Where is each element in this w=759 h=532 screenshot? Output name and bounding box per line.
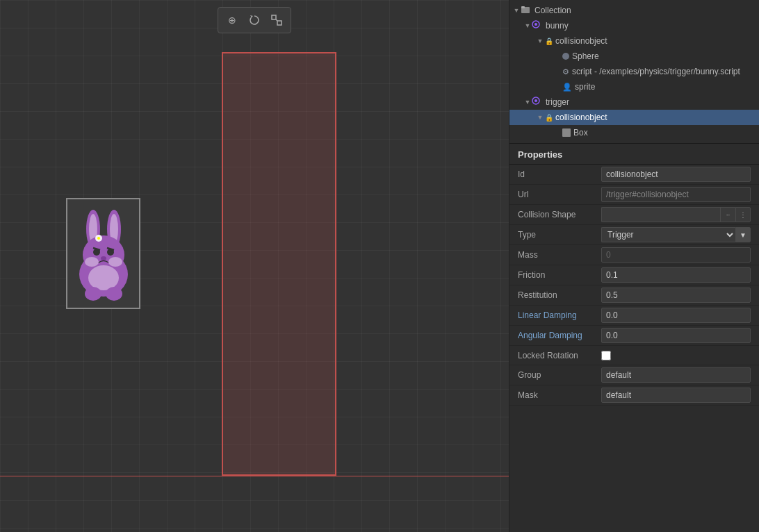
scene-tree: ▼ Collection ▼ bunny ▼ 🔒 collisionobject xyxy=(509,0,759,144)
properties-panel: Properties Id Url Collision Shape ·· ⋮ T… xyxy=(509,144,759,532)
viewport-toolbar: ⊕ xyxy=(218,7,291,33)
prop-row-locked-rotation: Locked Rotation xyxy=(509,346,759,365)
svg-rect-1 xyxy=(277,21,281,25)
lock-icon-co1: 🔒 xyxy=(544,36,554,46)
baseline-indicator xyxy=(0,476,509,476)
tree-item-sphere[interactable]: Sphere xyxy=(509,49,759,64)
prop-label-locked-rotation: Locked Rotation xyxy=(518,351,601,360)
rotate-tool-button[interactable] xyxy=(245,10,264,30)
tree-item-box[interactable]: Box xyxy=(509,125,759,140)
go-icon-trigger xyxy=(532,97,543,108)
tree-label-sphere: Sphere xyxy=(572,51,599,61)
prop-row-restitution: Restitution xyxy=(509,285,759,306)
prop-row-url: Url xyxy=(509,185,759,205)
tree-label-co2: collisionobject xyxy=(555,113,607,122)
tree-label-collection: Collection xyxy=(534,6,571,15)
prop-input-linear-damping[interactable] xyxy=(601,308,751,323)
box-icon xyxy=(562,128,571,137)
scale-tool-button[interactable] xyxy=(267,10,286,30)
prop-input-friction[interactable] xyxy=(601,267,751,283)
properties-title: Properties xyxy=(509,144,759,165)
sphere-icon xyxy=(562,53,569,60)
prop-row-angular-damping: Angular Damping xyxy=(509,326,759,346)
prop-label-angular-damping: Angular Damping xyxy=(518,331,601,340)
svg-rect-22 xyxy=(521,6,525,8)
folder-icon xyxy=(521,5,532,16)
tree-item-script[interactable]: ⚙ script - /examples/physics/trigger/bun… xyxy=(509,64,759,79)
prop-label-restitution: Restitution xyxy=(518,290,601,300)
svg-point-16 xyxy=(88,265,119,290)
type-select[interactable]: Trigger Dynamic Static Kinematic xyxy=(601,227,735,242)
prop-input-angular-damping[interactable] xyxy=(601,328,751,343)
prop-input-id[interactable] xyxy=(601,167,751,182)
svg-point-15 xyxy=(101,256,106,260)
prop-label-id: Id xyxy=(518,169,601,179)
type-widget: Trigger Dynamic Static Kinematic ▼ xyxy=(601,227,751,242)
tree-arrow-co2: ▼ xyxy=(536,114,544,121)
person-icon: 👤 xyxy=(562,83,572,92)
lock-icon-co2: 🔒 xyxy=(544,113,554,122)
tree-label-co1: collisionobject xyxy=(555,36,607,46)
prop-label-type: Type xyxy=(518,230,601,240)
prop-label-mass: Mass xyxy=(518,250,601,260)
tree-label-bunny: bunny xyxy=(546,21,569,31)
prop-row-type: Type Trigger Dynamic Static Kinematic ▼ xyxy=(509,225,759,245)
prop-input-mass[interactable] xyxy=(601,247,751,263)
tree-arrow-co1: ▼ xyxy=(536,38,544,44)
tree-arrow-collection: ▼ xyxy=(512,7,521,14)
bunny-sprite xyxy=(66,198,140,309)
prop-row-mask: Mask xyxy=(509,385,759,406)
tree-label-script: script - /examples/physics/trigger/bunny… xyxy=(572,67,740,76)
prop-checkbox-locked-rotation[interactable] xyxy=(601,351,611,360)
prop-label-mask: Mask xyxy=(518,390,601,400)
svg-line-2 xyxy=(276,19,277,21)
prop-row-id: Id xyxy=(509,165,759,185)
prop-row-linear-damping: Linear Damping xyxy=(509,306,759,326)
prop-input-url xyxy=(601,187,751,202)
collision-shape-input[interactable] xyxy=(601,207,720,222)
prop-label-group: Group xyxy=(518,370,601,380)
tree-item-collection[interactable]: ▼ Collection xyxy=(509,3,759,18)
prop-row-collision-shape: Collision Shape ·· ⋮ xyxy=(509,205,759,225)
gear-icon: ⚙ xyxy=(562,67,569,76)
prop-row-mass: Mass xyxy=(509,245,759,265)
tree-item-bunny[interactable]: ▼ bunny xyxy=(509,18,759,33)
tree-label-trigger: trigger xyxy=(546,97,569,107)
tree-item-sprite[interactable]: 👤 sprite xyxy=(509,79,759,94)
tree-arrow-bunny: ▼ xyxy=(523,22,532,29)
viewport: ⊕ xyxy=(0,0,509,532)
svg-point-9 xyxy=(85,257,99,267)
prop-label-url: Url xyxy=(518,190,601,199)
tree-item-co1[interactable]: ▼ 🔒 collisionobject xyxy=(509,33,759,49)
prop-input-restitution[interactable] xyxy=(601,288,751,303)
collision-shape-dots-button[interactable]: ·· xyxy=(720,207,735,222)
prop-input-mask[interactable] xyxy=(601,388,751,403)
move-tool-button[interactable]: ⊕ xyxy=(222,10,242,30)
go-icon-bunny xyxy=(532,20,543,31)
svg-point-20 xyxy=(97,237,100,240)
prop-label-collision-shape: Collision Shape xyxy=(518,210,601,219)
tree-label-sprite: sprite xyxy=(575,82,595,92)
collision-shape-menu-button[interactable]: ⋮ xyxy=(735,207,751,222)
tree-arrow-trigger: ▼ xyxy=(523,99,532,106)
svg-point-24 xyxy=(534,23,537,26)
svg-point-26 xyxy=(534,99,537,102)
collision-shape-widget: ·· ⋮ xyxy=(601,207,751,222)
prop-row-group: Group xyxy=(509,365,759,385)
trigger-collision-rect xyxy=(222,52,336,476)
right-panel: ▼ Collection ▼ bunny ▼ 🔒 collisionobject xyxy=(509,0,759,532)
svg-point-18 xyxy=(106,287,122,301)
prop-row-friction: Friction xyxy=(509,265,759,285)
tree-item-co2[interactable]: ▼ 🔒 collisionobject xyxy=(509,110,759,125)
prop-label-friction: Friction xyxy=(518,270,601,280)
svg-point-17 xyxy=(85,287,101,301)
svg-point-10 xyxy=(108,257,122,267)
tree-item-trigger[interactable]: ▼ trigger xyxy=(509,94,759,110)
prop-label-linear-damping: Linear Damping xyxy=(518,310,601,320)
tree-label-box: Box xyxy=(573,128,588,138)
prop-input-group[interactable] xyxy=(601,367,751,383)
svg-rect-0 xyxy=(272,15,276,19)
type-arrow-icon: ▼ xyxy=(735,227,751,242)
